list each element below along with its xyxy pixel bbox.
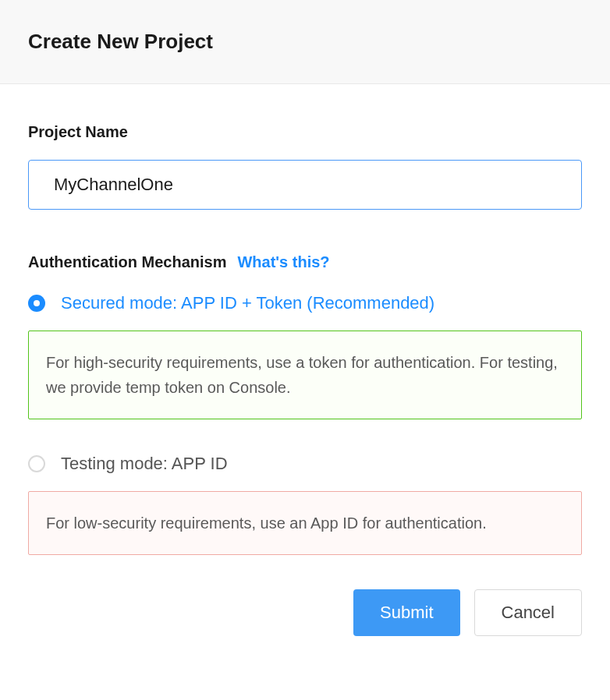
auth-section: Authentication Mechanism What's this? Se… — [28, 253, 582, 636]
testing-description-box: For low-security requirements, use an Ap… — [28, 491, 582, 555]
project-name-input[interactable] — [28, 160, 582, 210]
dialog-content: Project Name Authentication Mechanism Wh… — [0, 84, 610, 655]
radio-secured-label: Secured mode: APP ID + Token (Recommende… — [61, 293, 434, 313]
radio-secured[interactable] — [28, 295, 45, 312]
radio-testing-label: Testing mode: APP ID — [61, 454, 228, 474]
submit-button[interactable]: Submit — [353, 589, 459, 636]
radio-option-secured[interactable]: Secured mode: APP ID + Token (Recommende… — [28, 293, 582, 313]
whats-this-link[interactable]: What's this? — [237, 253, 329, 271]
dialog-title: Create New Project — [28, 30, 582, 54]
project-name-label: Project Name — [28, 123, 582, 141]
auth-section-header: Authentication Mechanism What's this? — [28, 253, 582, 271]
dialog-header: Create New Project — [0, 0, 610, 84]
radio-option-testing[interactable]: Testing mode: APP ID — [28, 454, 582, 474]
cancel-button[interactable]: Cancel — [474, 589, 582, 636]
auth-section-title: Authentication Mechanism — [28, 253, 226, 271]
radio-testing[interactable] — [28, 455, 45, 472]
dialog-actions: Submit Cancel — [28, 589, 582, 636]
secured-description-box: For high-security requirements, use a to… — [28, 331, 582, 419]
